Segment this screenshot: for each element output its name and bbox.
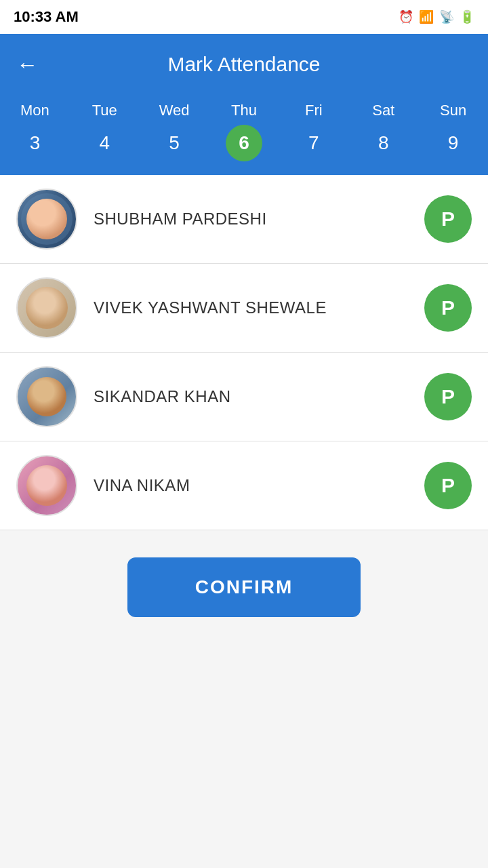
attendance-status-button-0[interactable]: P	[424, 195, 472, 243]
bottom-area	[0, 644, 488, 780]
confirm-button[interactable]: CONFIRM	[127, 557, 361, 617]
day-label-6: Sun	[440, 102, 466, 119]
student-item-1: VIVEK YASHWANT SHEWALEP	[0, 264, 488, 353]
calendar-day-wed[interactable]: Wed5	[140, 102, 209, 161]
page-title: Mark Attendance	[52, 53, 436, 76]
status-bar: 10:33 AM ⏰ 📶 📡 🔋	[0, 0, 488, 34]
day-label-3: Thu	[231, 102, 257, 119]
student-item-3: VINA NIKAMP	[0, 441, 488, 530]
confirm-section: CONFIRM	[0, 530, 488, 644]
student-avatar-1	[16, 277, 77, 338]
day-label-4: Fri	[305, 102, 323, 119]
student-name-2: SIKANDAR KHAN	[94, 387, 424, 406]
calendar-day-tue[interactable]: Tue4	[70, 102, 140, 161]
attendance-status-button-3[interactable]: P	[424, 462, 472, 509]
attendance-status-button-2[interactable]: P	[424, 373, 472, 420]
student-name-0: SHUBHAM PARDESHI	[94, 210, 424, 229]
attendance-status-button-1[interactable]: P	[424, 284, 472, 332]
day-number-5: 8	[365, 125, 402, 161]
calendar-week-row: Mon3Tue4Wed5Thu6Fri7Sat8Sun9	[0, 95, 488, 175]
student-avatar-3	[16, 455, 77, 516]
wifi-icon: 📡	[439, 9, 454, 24]
student-list: SHUBHAM PARDESHIPVIVEK YASHWANT SHEWALEP…	[0, 175, 488, 530]
battery-icon: 🔋	[460, 9, 474, 24]
alarm-icon: ⏰	[399, 9, 413, 24]
status-time: 10:33 AM	[14, 8, 79, 26]
day-number-4: 7	[296, 125, 332, 161]
student-item-0: SHUBHAM PARDESHIP	[0, 175, 488, 264]
day-number-6: 9	[435, 125, 472, 161]
day-label-1: Tue	[92, 102, 117, 119]
day-label-5: Sat	[372, 102, 394, 119]
student-avatar-0	[16, 189, 77, 250]
status-icons: ⏰ 📶 📡 🔋	[399, 9, 474, 24]
student-avatar-2	[16, 366, 77, 427]
day-number-2: 5	[156, 125, 192, 161]
day-number-1: 4	[86, 125, 123, 161]
student-name-3: VINA NIKAM	[94, 476, 424, 495]
day-number-0: 3	[16, 125, 53, 161]
calendar-day-thu[interactable]: Thu6	[209, 102, 279, 161]
calendar-day-sat[interactable]: Sat8	[348, 102, 418, 161]
student-name-1: VIVEK YASHWANT SHEWALE	[94, 298, 424, 317]
day-label-0: Mon	[20, 102, 49, 119]
calendar-day-sun[interactable]: Sun9	[418, 102, 488, 161]
day-label-2: Wed	[159, 102, 190, 119]
calendar-day-fri[interactable]: Fri7	[279, 102, 348, 161]
day-number-3: 6	[226, 125, 262, 161]
back-button[interactable]: ←	[16, 52, 38, 77]
signal-icon: 📶	[419, 9, 434, 24]
student-item-2: SIKANDAR KHANP	[0, 353, 488, 441]
app-header: ← Mark Attendance	[0, 34, 488, 95]
calendar-day-mon[interactable]: Mon3	[0, 102, 70, 161]
